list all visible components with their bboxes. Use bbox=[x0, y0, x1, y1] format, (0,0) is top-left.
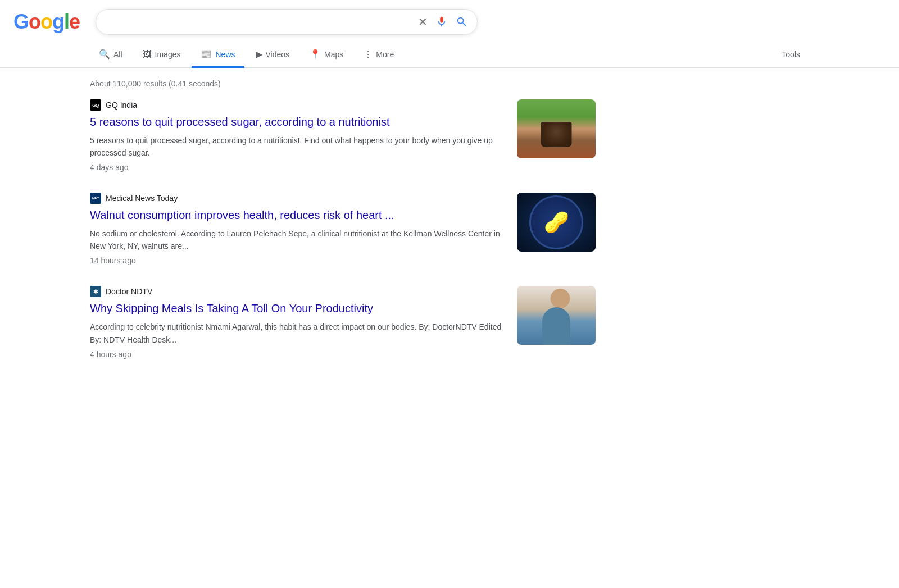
search-submit-button[interactable] bbox=[456, 16, 468, 28]
search-bar: "according to" "nutritionist" ✕ bbox=[96, 9, 478, 35]
result-content-1: GQ GQ India 5 reasons to quit processed … bbox=[90, 99, 517, 172]
images-tab-icon: 🖼 bbox=[143, 49, 152, 60]
source-row-2: MNT Medical News Today bbox=[90, 193, 503, 204]
tab-videos[interactable]: ▶ Videos bbox=[247, 42, 299, 68]
maps-tab-icon: 📍 bbox=[310, 49, 321, 60]
result-time-3: 4 hours ago bbox=[90, 350, 131, 359]
gq-logo: GQ bbox=[90, 99, 101, 111]
result-card: GQ GQ India 5 reasons to quit processed … bbox=[90, 99, 596, 172]
result-time-2: 14 hours ago bbox=[90, 256, 136, 265]
source-name-2: Medical News Today bbox=[106, 194, 178, 203]
tab-news[interactable]: 📰 News bbox=[192, 42, 244, 68]
result-thumb-2 bbox=[517, 193, 596, 252]
nav-tabs: 🔍 All 🖼 Images 📰 News ▶ Videos 📍 Maps ⋮ … bbox=[0, 42, 899, 68]
result-title-1[interactable]: 5 reasons to quit processed sugar, accor… bbox=[90, 114, 503, 130]
result-snippet-1: 5 reasons to quit processed sugar, accor… bbox=[90, 134, 503, 159]
search-tab-icon: 🔍 bbox=[99, 49, 110, 60]
tab-more[interactable]: ⋮ More bbox=[355, 42, 403, 68]
results-area: About 110,000 results (0.41 seconds) GQ … bbox=[0, 68, 899, 402]
result-snippet-2: No sodium or cholesterol. According to L… bbox=[90, 227, 503, 252]
thumb-person-image bbox=[517, 286, 596, 345]
logo-o1: o bbox=[29, 10, 40, 34]
tab-news-label: News bbox=[215, 50, 235, 59]
clear-button[interactable]: ✕ bbox=[418, 15, 428, 29]
logo-l: l bbox=[64, 10, 69, 34]
logo-o2: o bbox=[40, 10, 52, 34]
videos-tab-icon: ▶ bbox=[256, 49, 262, 60]
result-thumb-3 bbox=[517, 286, 596, 345]
more-dots-icon: ⋮ bbox=[364, 49, 373, 60]
source-row-3: ✱ Doctor NDTV bbox=[90, 286, 503, 297]
tab-maps-label: Maps bbox=[324, 50, 343, 59]
mnt-logo: MNT bbox=[90, 193, 101, 204]
result-title-2[interactable]: Walnut consumption improves health, redu… bbox=[90, 207, 503, 223]
search-bar-icons: ✕ bbox=[418, 15, 468, 29]
results-count: About 110,000 results (0.41 seconds) bbox=[90, 79, 809, 88]
source-name-3: Doctor NDTV bbox=[106, 287, 152, 296]
result-thumb-1 bbox=[517, 99, 596, 158]
tools-button[interactable]: Tools bbox=[773, 43, 809, 67]
result-card-3: ✱ Doctor NDTV Why Skipping Meals Is Taki… bbox=[90, 286, 596, 359]
result-time-1: 4 days ago bbox=[90, 163, 129, 172]
news-tab-icon: 📰 bbox=[201, 49, 212, 60]
microphone-icon bbox=[435, 16, 448, 28]
thumb-walnuts-image bbox=[517, 193, 596, 252]
logo-e: e bbox=[69, 10, 80, 34]
result-content-2: MNT Medical News Today Walnut consumptio… bbox=[90, 193, 517, 266]
result-title-3[interactable]: Why Skipping Meals Is Taking A Toll On Y… bbox=[90, 300, 503, 316]
search-icon bbox=[456, 16, 468, 28]
thumb-cupcake-image bbox=[517, 99, 596, 158]
ndtv-logo: ✱ bbox=[90, 286, 101, 297]
tab-more-label: More bbox=[376, 50, 394, 59]
logo-g2: g bbox=[52, 10, 64, 34]
result-snippet-3: According to celebrity nutritionist Nmam… bbox=[90, 321, 503, 345]
google-logo: Google bbox=[13, 10, 80, 34]
header: Google "according to" "nutritionist" ✕ bbox=[0, 0, 899, 39]
result-card-2: MNT Medical News Today Walnut consumptio… bbox=[90, 193, 596, 266]
tab-all[interactable]: 🔍 All bbox=[90, 42, 131, 68]
tab-maps[interactable]: 📍 Maps bbox=[301, 42, 352, 68]
logo-g: G bbox=[13, 10, 29, 34]
tab-images[interactable]: 🖼 Images bbox=[134, 43, 190, 68]
tab-all-label: All bbox=[113, 50, 122, 59]
microphone-button[interactable] bbox=[435, 16, 448, 28]
source-row-1: GQ GQ India bbox=[90, 99, 503, 111]
tab-videos-label: Videos bbox=[266, 50, 290, 59]
result-content-3: ✱ Doctor NDTV Why Skipping Meals Is Taki… bbox=[90, 286, 517, 359]
source-name-1: GQ India bbox=[106, 101, 137, 110]
search-input[interactable]: "according to" "nutritionist" bbox=[105, 16, 411, 28]
tab-images-label: Images bbox=[155, 50, 181, 59]
